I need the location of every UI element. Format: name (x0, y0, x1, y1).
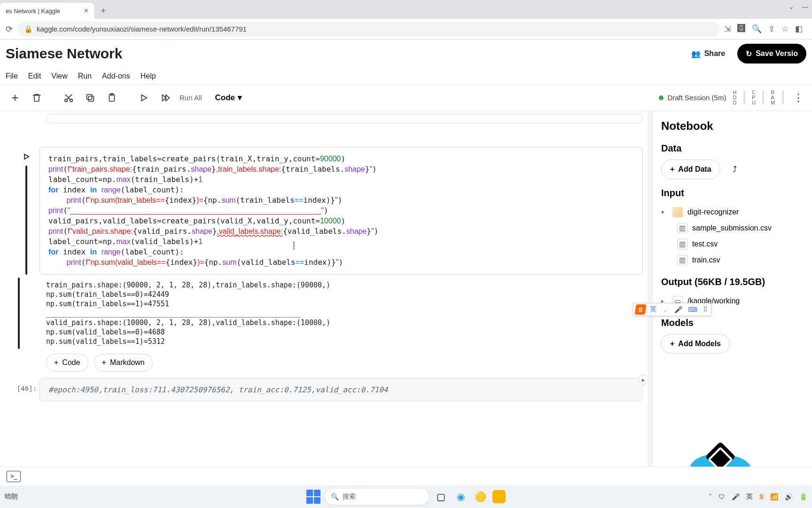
input-heading: Input (661, 188, 807, 198)
ram-meter: RAM (771, 90, 775, 105)
cell-run-button[interactable] (19, 150, 33, 164)
windows-taskbar: 晴朗 🔍 搜索 ▢ ◉ 🟡 ˄ 🛡 🎤 英 S 📶 🔊 🔋 (0, 485, 812, 508)
zoom-icon[interactable]: 🔍 (752, 24, 762, 34)
vertical-scrollbar[interactable] (648, 111, 652, 485)
cell-type-dropdown[interactable]: Code ▾ (215, 93, 242, 103)
tray-security-icon[interactable]: 🛡 (718, 493, 725, 500)
code-cell: train_pairs,train_labels=create_pairs(tr… (13, 147, 643, 275)
copy-button[interactable] (81, 88, 100, 107)
add-markdown-cell-button[interactable]: + Markdown (94, 354, 153, 372)
weather-widget[interactable]: 晴朗 (0, 492, 18, 501)
ime-toolbar[interactable]: S 英 ， 🎤 ⌨ ⠿ (633, 303, 711, 316)
run-all-label[interactable]: Run All (180, 94, 202, 102)
cpu-bar (762, 90, 764, 104)
cut-button[interactable] (59, 88, 78, 107)
data-heading: Data (661, 143, 807, 154)
run-all-button[interactable] (156, 88, 175, 107)
status-dot-icon (659, 95, 664, 100)
ime-keyboard-icon[interactable]: ⌨ (687, 306, 699, 313)
more-options-button[interactable]: ⋮ (790, 92, 806, 104)
taskbar-search[interactable]: 🔍 搜索 (325, 489, 429, 505)
ime-logo-icon: S (634, 304, 646, 315)
next-code-cell[interactable]: [46]: #epoch:4950,train_loss:711.4307250… (13, 378, 643, 401)
svg-rect-2 (88, 96, 94, 101)
browser-tab[interactable]: es Network | Kaggle × (0, 3, 94, 19)
console-bar: >_ (0, 467, 812, 485)
add-cell-button[interactable] (6, 88, 24, 107)
install-app-icon[interactable]: ⇲ (724, 24, 731, 34)
share-page-icon[interactable]: ⇪ (768, 24, 775, 34)
run-cell-button[interactable] (134, 88, 153, 107)
app-icon[interactable] (492, 490, 506, 503)
close-tab-icon[interactable]: × (84, 7, 88, 15)
menu-view[interactable]: View (51, 72, 67, 80)
session-status[interactable]: Draft Session (5m) (659, 94, 726, 102)
menu-run[interactable]: Run (78, 72, 92, 80)
dataset-folder[interactable]: ▾ digit-recognizer (661, 204, 807, 220)
chrome-icon[interactable]: 🟡 (473, 489, 488, 504)
file-item[interactable]: ▥test.csv (677, 236, 807, 252)
collapse-sidebar-button[interactable]: ▸ (638, 374, 648, 385)
add-data-button[interactable]: + Add Data (661, 159, 720, 179)
previous-cell-outline[interactable] (46, 114, 643, 123)
tray-chevron-icon[interactable]: ˄ (709, 493, 712, 500)
url-field[interactable]: 🔒 kaggle.com/code/yunsuxiaozi/siamese-ne… (17, 22, 719, 37)
lock-icon: 🔒 (24, 25, 33, 33)
tray-mic-icon[interactable]: 🎤 (732, 493, 740, 500)
cell-prompt: [46]: (13, 378, 39, 401)
tray-sogou-icon[interactable]: S (759, 493, 764, 500)
menu-bar: File Edit View Run Add-ons Help (0, 68, 812, 85)
output-heading: Output (56KB / 19.5GB) (661, 277, 807, 287)
menu-edit[interactable]: Edit (28, 72, 41, 80)
save-version-button[interactable]: ↻ Save Versio (737, 44, 806, 64)
new-tab-button[interactable]: + (97, 4, 110, 17)
ime-mic-icon[interactable]: 🎤 (673, 306, 684, 313)
window-minimize-icon[interactable]: — (802, 3, 808, 10)
file-item[interactable]: ▥sample_submission.csv (677, 220, 807, 236)
next-cell-content: #epoch:4950,train_loss:711.4307250976562… (39, 378, 643, 401)
ime-lang[interactable]: 英 (648, 305, 658, 314)
menu-file[interactable]: File (6, 72, 18, 80)
tray-wifi-icon[interactable]: 📶 (770, 493, 778, 500)
add-models-button[interactable]: + Add Models (661, 334, 730, 354)
edge-icon[interactable]: ◉ (453, 489, 468, 504)
tab-title: es Network | Kaggle (6, 8, 60, 15)
tray-battery-icon[interactable]: 🔋 (799, 493, 807, 500)
menu-addons[interactable]: Add-ons (102, 72, 130, 80)
ram-bar (782, 90, 784, 104)
notebook-area[interactable]: train_pairs,train_labels=create_pairs(tr… (0, 111, 648, 485)
file-item[interactable]: ▥train.csv (677, 252, 807, 268)
menu-help[interactable]: Help (141, 72, 156, 80)
toolbar: Run All Code ▾ Draft Session (5m) HDD CP… (0, 85, 812, 111)
bookmark-icon[interactable]: ☆ (781, 24, 789, 34)
reload-icon[interactable]: ⟳ (6, 24, 13, 34)
start-button[interactable] (306, 490, 320, 504)
caret-down-icon: ▾ (661, 209, 668, 215)
notebook-title[interactable]: Siamese Network (6, 46, 122, 62)
output-indicator-bar (18, 278, 20, 349)
tab-dropdown-icon[interactable]: ⌄ (789, 3, 794, 10)
ime-grid-icon[interactable]: ⠿ (702, 306, 709, 313)
ime-punct[interactable]: ， (661, 305, 670, 314)
code-editor[interactable]: train_pairs,train_labels=create_pairs(tr… (39, 147, 643, 275)
hdd-bar (743, 90, 745, 104)
console-toggle-button[interactable]: >_ (7, 471, 21, 482)
plus-icon: + (670, 165, 674, 174)
cpu-meter: CPU (752, 90, 756, 105)
share-button[interactable]: 👥 Share (691, 49, 725, 58)
add-code-cell-button[interactable]: + Code (46, 354, 88, 372)
table-file-icon: ▥ (677, 255, 687, 265)
tray-ime-icon[interactable]: 英 (746, 492, 753, 501)
paste-button[interactable] (102, 88, 121, 107)
upload-button[interactable]: ⤴ (726, 160, 744, 178)
tray-volume-icon[interactable]: 🔊 (785, 493, 793, 500)
task-view-icon[interactable]: ▢ (433, 489, 448, 504)
translate-icon[interactable]: 🅶 (737, 24, 745, 34)
sidepanel-icon[interactable]: ◧ (795, 24, 803, 34)
plus-icon: + (670, 340, 674, 348)
sidebar-title: Notebook (661, 119, 807, 133)
delete-cell-button[interactable] (27, 88, 46, 107)
search-icon: 🔍 (331, 493, 339, 500)
notebook-header: Siamese Network 👥 Share ↻ Save Versio (0, 40, 812, 68)
models-heading: Models (661, 318, 807, 328)
